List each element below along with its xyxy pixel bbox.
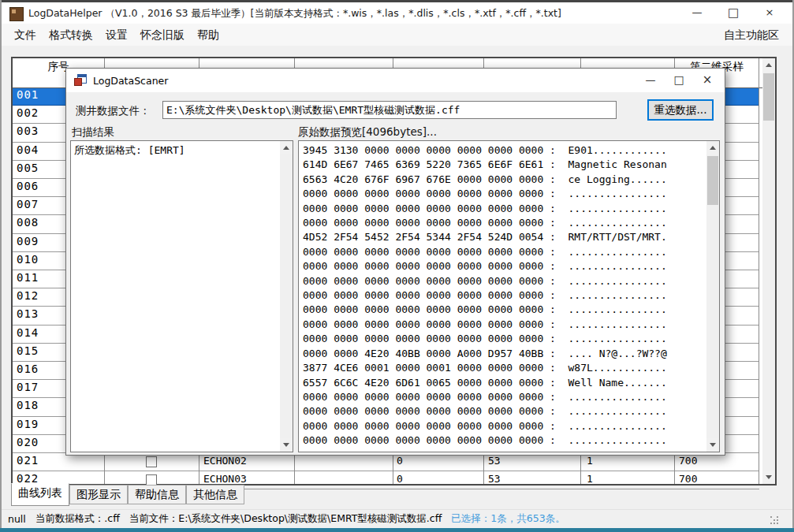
menu-item[interactable]: 格式转换 — [49, 28, 93, 43]
status-format: 当前数据格式：.cff — [35, 512, 120, 526]
hex-line: 3877 4CE6 0001 0000 0001 0000 0000 0000 … — [303, 361, 667, 375]
hex-line: 0000 0000 0000 0000 0000 0000 0000 0000 … — [303, 216, 667, 230]
maximize-icon[interactable]: □ — [715, 2, 751, 24]
scrollbar-thumb[interactable] — [707, 156, 718, 205]
row-index: 020 — [17, 436, 39, 448]
hex-line: 0000 0000 0000 0000 0000 0000 0000 0000 … — [303, 419, 667, 433]
row-index: 003 — [17, 125, 39, 137]
table-cell: ECHON02 — [203, 455, 247, 467]
table-cell: 1 — [587, 473, 593, 485]
main-window: LogDataHelper （V1.0，2016 S3 最后毕业季）[当前版本支… — [0, 0, 794, 532]
window-border-left — [0, 0, 2, 532]
row-index: 004 — [17, 143, 39, 156]
reselect-data-button[interactable]: 重选数据... — [647, 99, 714, 121]
tab[interactable]: 其他信息 — [186, 485, 244, 504]
scroll-down-icon[interactable] — [762, 471, 775, 484]
hex-line: 0000 0000 0000 0000 0000 0000 0000 0000 … — [303, 303, 667, 317]
app-icon — [9, 7, 24, 21]
hex-line: 0000 0000 0000 0000 0000 0000 0000 0000 … — [303, 245, 667, 259]
scan-result-text: 所选数据格式: [EMRT] — [74, 143, 185, 158]
row-index: 001 — [17, 88, 39, 101]
scan-result-scrollbar[interactable] — [280, 141, 293, 452]
hex-line: 0000 0000 0000 0000 0000 0000 0000 0000 … — [303, 187, 667, 201]
row-index: 010 — [17, 253, 39, 266]
dialog-minimize-icon[interactable]: — — [638, 69, 663, 92]
menu-item[interactable]: 怀念旧版 — [140, 28, 185, 43]
dialog-title-bar[interactable]: LogDataScaner — □ × — [66, 69, 725, 92]
table-cell: 53 — [488, 455, 501, 467]
row-index: 014 — [17, 326, 39, 339]
scroll-up-icon[interactable] — [706, 141, 719, 154]
status-null: null — [8, 513, 26, 525]
file-label: 测井数据文件： — [76, 104, 151, 118]
hex-line: 0000 0000 0000 0000 0000 0000 0000 0000 … — [303, 202, 667, 216]
close-icon[interactable]: × — [751, 2, 788, 24]
row-index: 021 — [17, 454, 39, 467]
menu-item[interactable]: 文件 — [14, 28, 36, 43]
table-row[interactable]: 021ECHON020531700 — [13, 453, 759, 471]
row-index: 009 — [17, 235, 39, 247]
dialog-title: LogDataScaner — [93, 75, 168, 87]
minimize-icon[interactable]: — — [679, 2, 715, 24]
table-cell: 700 — [679, 473, 697, 485]
scroll-down-icon[interactable] — [706, 438, 719, 452]
resize-grip[interactable] — [770, 516, 780, 526]
hex-line: 0000 0000 0000 0000 0000 0000 0000 0000 … — [303, 259, 667, 273]
table-cell: 53 — [488, 473, 501, 485]
hex-line: 4D52 2F54 5452 2F54 5344 2F54 524D 0054 … — [303, 230, 667, 244]
dialog-close-icon[interactable]: × — [695, 69, 720, 92]
status-bar: null 当前数据格式：.cff 当前文件：E:\系统文件夹\Desktop\测… — [2, 509, 792, 528]
row-index: 016 — [17, 363, 39, 375]
row-index: 011 — [17, 271, 39, 284]
title-bar[interactable]: LogDataHelper （V1.0，2016 S3 最后毕业季）[当前版本支… — [2, 2, 792, 24]
window-border-bottom — [0, 528, 794, 532]
hex-line: 0000 0000 0000 0000 0000 0000 0000 0000 … — [303, 332, 667, 346]
hex-preview-scrollbar[interactable] — [706, 141, 719, 452]
scroll-up-icon[interactable] — [762, 58, 775, 72]
status-current-file: 当前文件：E:\系统文件夹\Desktop\测试数据\EMRT型核磁测试数据.c… — [129, 512, 442, 526]
scan-result-list[interactable]: 所选数据格式: [EMRT] — [70, 140, 293, 452]
grid-column-divider — [759, 58, 759, 484]
hex-line: 6557 6C6C 4E20 6D61 0065 0000 0000 0000 … — [303, 376, 667, 390]
tab[interactable]: 帮助信息 — [128, 485, 186, 504]
table-cell: 0 — [397, 455, 403, 467]
menu-item-custom-zone[interactable]: 自主功能区 — [724, 28, 779, 43]
table-cell: 0 — [397, 473, 403, 485]
logdatascaner-dialog: LogDataScaner — □ × 测井数据文件： E:\系统文件夹\Des… — [65, 68, 725, 456]
hex-line: 0000 0000 0000 0000 0000 0000 0000 0000 … — [303, 318, 667, 332]
dialog-app-icon — [74, 74, 87, 87]
row-index: 008 — [17, 216, 39, 229]
hex-preview-box[interactable]: 3945 3130 0000 0000 0000 0000 0000 0000 … — [298, 140, 720, 452]
row-index: 012 — [17, 289, 39, 302]
hex-line: 0000 0000 0000 0000 0000 0000 0000 0000 … — [303, 433, 667, 448]
tab[interactable]: 图形显示 — [69, 485, 128, 504]
dialog-maximize-icon[interactable]: □ — [666, 69, 691, 92]
menu-item[interactable]: 设置 — [106, 28, 128, 43]
window-title: LogDataHelper （V1.0，2016 S3 最后毕业季）[当前版本支… — [28, 7, 561, 20]
row-index: 018 — [17, 399, 39, 411]
menu-item[interactable]: 帮助 — [197, 28, 219, 43]
hex-line: 6563 4C20 676F 6967 676E 0000 0000 0000 … — [303, 173, 667, 187]
tab[interactable]: 曲线列表 — [11, 483, 69, 506]
hex-line: 0000 0000 0000 0000 0000 0000 0000 0000 … — [303, 288, 667, 303]
row-index: 019 — [17, 418, 39, 430]
hex-line: 614D 6E67 7465 6369 5220 7365 6E6F 6E61 … — [303, 158, 667, 172]
bottom-tabs: 曲线列表图形显示帮助信息其他信息 — [11, 483, 244, 508]
scrollbar-thumb[interactable] — [763, 73, 774, 121]
menu-bar: 文件格式转换设置怀念旧版帮助 自主功能区 — [2, 24, 792, 46]
scroll-down-icon[interactable] — [280, 438, 293, 452]
hex-line: 0000 0000 0000 0000 0000 0000 0000 0000 … — [303, 404, 667, 419]
row-index: 006 — [17, 180, 39, 192]
row-index: 005 — [17, 162, 39, 174]
row-checkbox[interactable] — [146, 456, 157, 467]
table-cell: 1 — [587, 455, 593, 467]
scan-result-label: 扫描结果 — [72, 125, 114, 140]
raw-preview-label: 原始数据预览[4096bytes]... — [298, 125, 437, 140]
status-selection-count: 已选择：1条，共653条。 — [451, 512, 565, 526]
row-index: 015 — [17, 344, 39, 357]
table-scrollbar[interactable] — [762, 58, 775, 484]
scroll-up-icon[interactable] — [280, 141, 293, 154]
file-path-input[interactable]: E:\系统文件夹\Desktop\测试数据\EMRT型核磁测试数据.cff — [162, 101, 617, 119]
hex-line: 0000 0000 0000 0000 0000 0000 0000 0000 … — [303, 274, 667, 288]
hex-line: 0000 0000 4E20 40BB 0000 A000 D957 40BB … — [303, 347, 667, 361]
